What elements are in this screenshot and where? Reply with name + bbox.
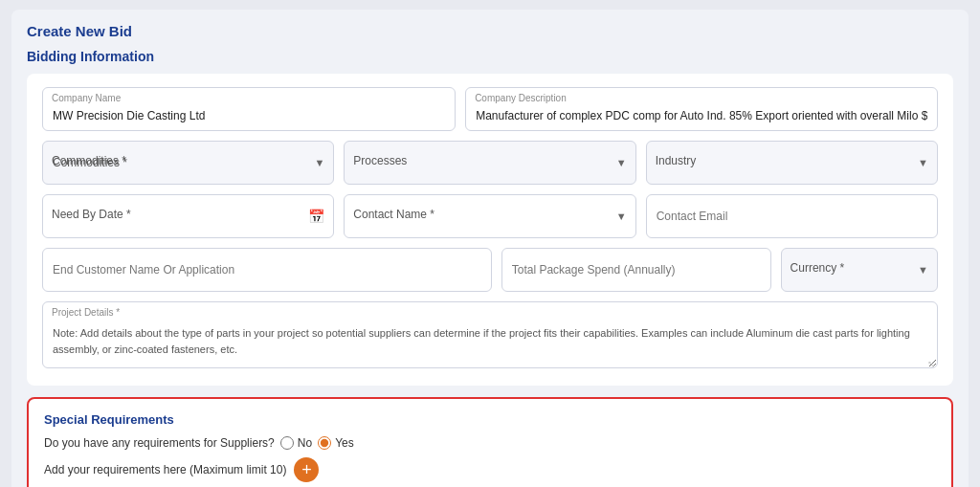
requirements-question-text: Do you have any requirements for Supplie… [44,436,275,450]
yes-radio-label[interactable]: Yes [318,436,354,450]
add-requirements-row: Add your requirements here (Maximum limi… [44,457,936,482]
processes-select[interactable] [344,141,635,185]
need-by-date-select[interactable] [42,194,334,238]
total-spend-group [501,248,771,292]
commodities-wrapper: Commodities * ▼ Commodities * [42,141,334,185]
add-requirement-button[interactable]: + [294,457,319,482]
dropdowns-row: Commodities * ▼ Commodities * ▼ Processe… [42,141,938,185]
bidding-form-card: Company Name Company Description Commodi… [27,74,953,386]
project-row: Project Details * Note: Add details abou… [42,301,938,372]
contact-email-group [646,194,938,238]
project-details-group: Project Details * Note: Add details abou… [42,301,938,372]
industry-select[interactable] [646,141,938,185]
date-wrapper: 📅 Need By Date * [42,194,334,238]
company-name-group: Company Name [42,87,456,131]
project-details-textarea[interactable]: Note: Add details about the type of part… [42,301,938,368]
no-radio-label[interactable]: No [280,436,312,450]
page-container: Create New Bid Bidding Information Compa… [11,10,969,487]
special-requirements-card: Special Requirements Do you have any req… [27,397,953,487]
company-name-input[interactable] [42,87,456,131]
currency-select[interactable] [781,248,938,292]
commodities-select[interactable]: Commodities * [42,141,334,185]
company-desc-group: Company Description [465,87,938,131]
contact-name-select[interactable] [344,194,635,238]
contact-name-wrapper: ▼ Contact Name * [344,194,635,238]
no-radio-input[interactable] [280,436,294,450]
bidding-section-title: Bidding Information [27,49,953,64]
requirements-question-row: Do you have any requirements for Supplie… [44,436,936,450]
company-row: Company Name Company Description [42,87,938,131]
resize-handle-icon: ⤡ [927,359,935,369]
date-contact-row: 📅 Need By Date * ▼ Contact Name * [42,194,938,238]
processes-wrapper: ▼ Processes [344,141,635,185]
no-label-text: No [298,436,312,450]
project-details-label: Project Details * [52,307,120,318]
yes-label-text: Yes [335,436,354,450]
spend-row: ▼ Currency * [42,248,938,292]
yes-radio-input[interactable] [318,436,331,450]
special-req-title: Special Requirements [44,412,936,427]
end-customer-input[interactable] [42,248,492,292]
total-spend-input[interactable] [501,248,771,292]
industry-wrapper: ▼ Industry [646,141,938,185]
contact-email-input[interactable] [646,194,938,238]
add-req-label: Add your requirements here (Maximum limi… [44,463,286,476]
company-desc-input[interactable] [465,87,938,131]
currency-wrapper: ▼ Currency * [781,248,938,292]
end-customer-group [42,248,492,292]
page-title: Create New Bid [27,23,953,39]
